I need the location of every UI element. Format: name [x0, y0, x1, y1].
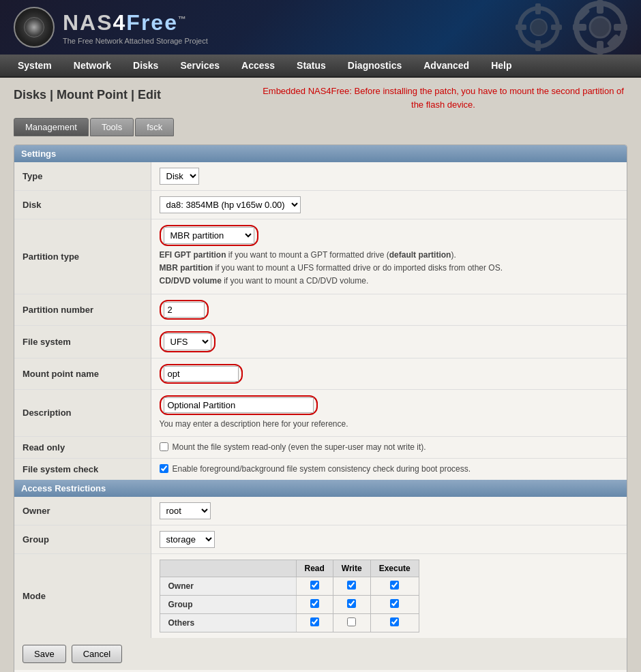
mode-group-write: [333, 595, 370, 613]
readonly-text: Mount the file system read-only (even th…: [173, 442, 426, 452]
mount-point-row: Mount point name: [14, 358, 627, 389]
tab-management[interactable]: Management: [14, 118, 89, 136]
tab-fsck[interactable]: fsck: [135, 118, 174, 136]
settings-section-header: Settings: [14, 145, 627, 162]
mode-owner-row: Owner: [160, 577, 419, 595]
svg-rect-13: [551, 25, 562, 30]
partition-number-label: Partition number: [14, 294, 151, 325]
partition-type-label: Partition type: [14, 219, 151, 294]
readonly-checkbox-row: Mount the file system read-only (even th…: [160, 442, 619, 452]
main-panel: Settings Type Disk Disk da8: 3854MB (hp …: [14, 144, 627, 672]
type-value-cell: Disk: [151, 162, 627, 191]
group-row: Group storage wheel operator: [14, 525, 627, 553]
fscheck-value-cell: Enable foreground/background file system…: [151, 458, 627, 480]
group-label: Group: [14, 525, 151, 553]
svg-rect-4: [573, 24, 586, 31]
mode-others-execute: [370, 613, 419, 632]
logo-icon: [14, 7, 55, 48]
partition-type-row: Partition type MBR partition EFI GPT par…: [14, 219, 627, 294]
mode-owner-execute-checkbox[interactable]: [390, 581, 399, 590]
fscheck-label: File system check: [14, 458, 151, 480]
description-hint: You may enter a description here for you…: [160, 418, 619, 431]
svg-rect-5: [614, 24, 627, 31]
owner-select[interactable]: root www nobody: [160, 502, 211, 519]
group-value-cell: storage wheel operator: [151, 525, 627, 553]
partition-type-circled: MBR partition EFI GPT partition CD/DVD v…: [160, 225, 258, 246]
description-input[interactable]: [164, 397, 314, 413]
svg-point-9: [531, 19, 547, 35]
mode-group-write-checkbox[interactable]: [347, 599, 356, 608]
nav-advanced[interactable]: Advanced: [413, 55, 480, 76]
logo-area: NAS4Free™ The Free Network Attached Stor…: [14, 7, 208, 48]
mode-owner-label: Owner: [160, 577, 296, 595]
mode-group-execute-checkbox[interactable]: [390, 599, 399, 608]
description-value-cell: You may enter a description here for you…: [151, 389, 627, 436]
type-row: Type Disk: [14, 162, 627, 191]
cancel-button[interactable]: Cancel: [72, 645, 122, 663]
readonly-label: Read only: [14, 436, 151, 458]
mode-others-write: [333, 613, 370, 632]
mode-others-execute-checkbox[interactable]: [390, 617, 399, 626]
nav-access[interactable]: Access: [230, 55, 286, 76]
mode-others-label: Others: [160, 613, 296, 632]
type-select[interactable]: Disk: [160, 168, 199, 185]
nav-help[interactable]: Help: [480, 55, 522, 76]
nav-status[interactable]: Status: [286, 55, 337, 76]
filesystem-row: File system UFS FAT32 EXT2 NTFS: [14, 325, 627, 358]
nav-diagnostics[interactable]: Diagnostics: [337, 55, 413, 76]
mode-others-read-checkbox[interactable]: [310, 617, 319, 626]
partition-number-input[interactable]: [164, 302, 205, 318]
mount-point-value-cell: [151, 358, 627, 389]
mount-point-input[interactable]: [164, 366, 239, 382]
mode-group-read-checkbox[interactable]: [310, 599, 319, 608]
mount-point-label: Mount point name: [14, 358, 151, 389]
filesystem-value-cell: UFS FAT32 EXT2 NTFS: [151, 325, 627, 358]
partition-number-circled: [160, 300, 209, 320]
disk-label: Disk: [14, 191, 151, 219]
svg-point-1: [590, 17, 610, 37]
svg-rect-2: [597, 0, 603, 14]
mode-owner-read-checkbox[interactable]: [310, 581, 319, 590]
readonly-checkbox[interactable]: [160, 442, 168, 451]
fscheck-checkbox[interactable]: [160, 464, 168, 473]
group-select[interactable]: storage wheel operator: [160, 531, 215, 548]
mode-group-read: [296, 595, 333, 613]
header-decoration: [436, 0, 641, 55]
filesystem-select[interactable]: UFS FAT32 EXT2 NTFS: [164, 333, 211, 350]
save-button[interactable]: Save: [23, 645, 66, 663]
page-content: Disks | Mount Point | Edit Embedded NAS4…: [0, 78, 641, 672]
svg-rect-12: [516, 25, 526, 30]
mode-group-label: Group: [160, 595, 296, 613]
mode-row: Mode Read Write Execute: [14, 553, 627, 638]
mode-group-execute: [370, 595, 419, 613]
partition-type-select[interactable]: MBR partition EFI GPT partition CD/DVD v…: [164, 227, 254, 244]
logo-text: NAS4Free™ The Free Network Attached Stor…: [63, 10, 208, 45]
settings-form: Type Disk Disk da8: 3854MB (hp v165w 0.0…: [14, 162, 627, 480]
filesystem-label: File system: [14, 325, 151, 358]
mode-owner-write-checkbox[interactable]: [347, 581, 356, 590]
disk-select[interactable]: da8: 3854MB (hp v165w 0.00): [160, 196, 301, 213]
mode-table: Read Write Execute Owner: [160, 560, 419, 632]
mode-owner-execute: [370, 577, 419, 595]
partition-type-description: EFI GPT partition if you want to mount a…: [160, 249, 619, 288]
nav-system[interactable]: System: [7, 55, 63, 76]
tab-tools[interactable]: Tools: [90, 118, 134, 136]
mode-header-execute: Execute: [370, 560, 419, 577]
type-label: Type: [14, 162, 151, 191]
fscheck-checkbox-row: Enable foreground/background file system…: [160, 464, 619, 474]
nav-services[interactable]: Services: [169, 55, 230, 76]
nav-disks[interactable]: Disks: [122, 55, 169, 76]
logo-inner-circle: [24, 17, 44, 37]
description-label: Description: [14, 389, 151, 436]
disk-row: Disk da8: 3854MB (hp v165w 0.00): [14, 191, 627, 219]
mode-others-write-checkbox[interactable]: [347, 617, 356, 626]
button-row: Save Cancel: [14, 638, 627, 670]
mode-others-row: Others: [160, 613, 419, 632]
breadcrumb: Disks | Mount Point | Edit: [14, 88, 161, 102]
owner-value-cell: root www nobody: [151, 497, 627, 525]
owner-row: Owner root www nobody: [14, 497, 627, 525]
nav-network[interactable]: Network: [63, 55, 122, 76]
header: NAS4Free™ The Free Network Attached Stor…: [0, 0, 641, 55]
partition-number-value-cell: [151, 294, 627, 325]
fscheck-text: Enable foreground/background file system…: [173, 464, 471, 474]
